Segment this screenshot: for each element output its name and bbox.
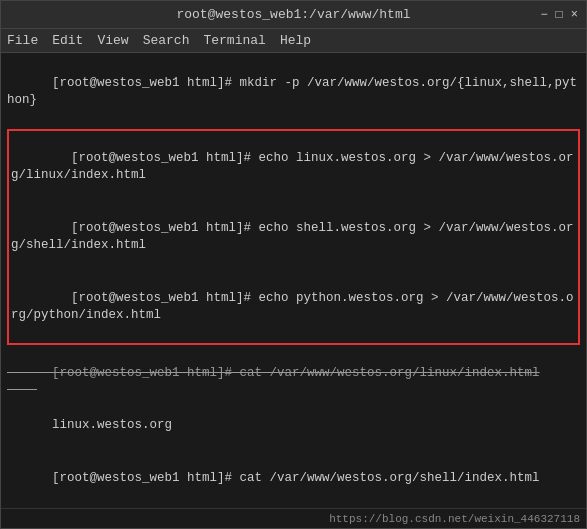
terminal-body[interactable]: [root@westos_web1 html]# mkdir -p /var/w… [1,53,586,508]
terminal-window: root@westos_web1:/var/www/html − □ × Fil… [0,0,587,529]
menu-view[interactable]: View [97,33,128,48]
maximize-button[interactable]: □ [556,8,563,22]
menu-bar: File Edit View Search Terminal Help [1,29,586,53]
terminal-line-echo-python: [root@westos_web1 html]# echo python.wes… [11,272,576,342]
highlighted-echo-block: [root@westos_web1 html]# echo linux.west… [7,129,580,345]
menu-search[interactable]: Search [143,33,190,48]
window-title: root@westos_web1:/var/www/html [176,7,410,22]
footer-bar: https://blog.csdn.net/weixin_446327118 [1,508,586,528]
terminal-line-cat-shell: [root@westos_web1 html]# cat /var/www/we… [7,452,580,505]
terminal-line-echo-linux: [root@westos_web1 html]# echo linux.west… [11,132,576,202]
terminal-line-cat-linux: [root@westos_web1 html]# cat /var/www/we… [7,347,580,400]
terminal-line-mkdir: [root@westos_web1 html]# mkdir -p /var/w… [7,57,580,127]
menu-edit[interactable]: Edit [52,33,83,48]
title-bar: root@westos_web1:/var/www/html − □ × [1,1,586,29]
close-button[interactable]: × [571,8,578,22]
menu-help[interactable]: Help [280,33,311,48]
menu-terminal[interactable]: Terminal [203,33,265,48]
minimize-button[interactable]: − [540,8,547,22]
footer-url: https://blog.csdn.net/weixin_446327118 [329,513,580,525]
menu-file[interactable]: File [7,33,38,48]
terminal-line-echo-shell: [root@westos_web1 html]# echo shell.west… [11,202,576,272]
terminal-output-linux: linux.westos.org [7,400,580,453]
terminal-output-shell: shell.westos.org [7,505,580,509]
title-bar-buttons[interactable]: − □ × [540,8,578,22]
